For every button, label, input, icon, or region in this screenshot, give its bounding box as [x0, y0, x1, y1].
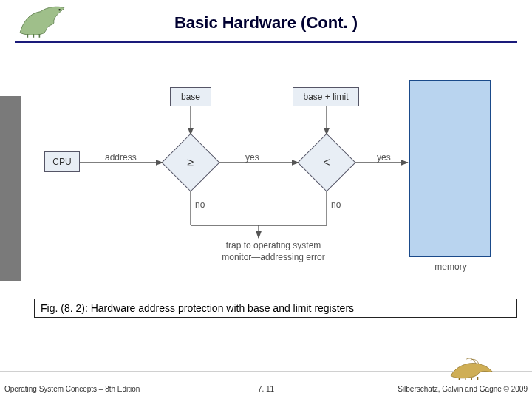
left-gray-sidebar [0, 96, 21, 281]
diagram-arrows [44, 66, 510, 273]
svg-point-0 [58, 9, 60, 10]
header: Basic Hardware (Cont. ) [0, 0, 532, 44]
diagram: CPU base base + limit memory ≥ < address… [44, 66, 510, 273]
title-underline [15, 41, 517, 43]
figure-caption: Fig. (8. 2): Hardware address protection… [34, 299, 517, 318]
footer: Operating System Concepts – 8th Edition … [0, 371, 532, 399]
footer-copyright: Silberschatz, Galvin and Gagne © 2009 [398, 385, 528, 393]
page-title: Basic Hardware (Cont. ) [0, 13, 532, 33]
dinosaur-right-icon [448, 355, 499, 381]
